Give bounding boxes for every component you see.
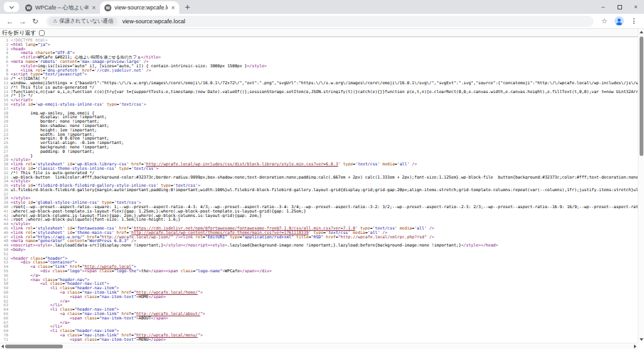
source-token: <span: [70, 316, 82, 321]
source-link[interactable]: http://wpcafe.local/wp-content/themes/ca…: [131, 231, 309, 235]
menu-kebab-icon[interactable]: [628, 18, 640, 24]
source-token: :where(.wp-block-post-template.is-layout…: [11, 209, 306, 214]
source-line: 43:root :where(.wp-block-pullquote){font…: [0, 218, 644, 222]
source-token: rel: [33, 69, 43, 73]
source-line: 34</style>: [0, 179, 644, 184]
source-token: rel: [23, 226, 33, 231]
source-token: 'stylesheet': [35, 162, 65, 167]
source-link[interactable]: http://wpcafe.local/wp-includes/css/dist…: [146, 162, 338, 167]
source-token: href: [84, 235, 97, 240]
scroll-up-arrow-icon[interactable]: [640, 31, 643, 33]
source-line: 41:where(.wp-block-post-template.is-layo…: [0, 209, 644, 214]
source-token: </script>: [11, 98, 33, 102]
source-link[interactable]: http://wpcafe.local/menu/: [136, 333, 198, 338]
back-button[interactable]: ←: [4, 17, 16, 26]
forward-button[interactable]: →: [16, 17, 29, 26]
source-line: 48<meta name="generator" content="WordPr…: [0, 239, 644, 243]
source-token: </title>: [141, 55, 160, 60]
horizontal-scrollbar-thumb[interactable]: [5, 345, 63, 348]
source-link[interactable]: http://wpcafe.local: [84, 265, 131, 269]
source-token: WPCafe: [225, 269, 240, 274]
source-token: />: [409, 162, 417, 167]
source-line: 26 background: none !important;: [0, 145, 644, 150]
source-line: 11window._wpemojiSettings = {"baseUrl":"…: [0, 81, 644, 86]
source-link[interactable]: https://cdn.jsdelivr.net/npm/@fortawesom…: [134, 226, 355, 231]
source-token: "link": [53, 265, 67, 269]
source-token: <link: [11, 226, 23, 231]
reload-button[interactable]: ↻: [29, 17, 42, 26]
source-line: 52<header class="header">: [0, 257, 644, 261]
bookmark-star-icon[interactable]: ☆: [598, 17, 611, 25]
minimize-button[interactable]: –: [595, 0, 611, 14]
tab-search-button[interactable]: [4, 2, 19, 12]
tab-title: WPCafe – 心地よい時間を過ごせ: [35, 4, 89, 12]
address-bar[interactable]: ⚠ 保護されていない通信 view-source:wpcafe.local: [46, 16, 594, 27]
source-line: 6<meta name='robots' content='max-image-…: [0, 60, 644, 64]
source-token: href: [119, 333, 131, 338]
source-token: <style: [11, 201, 25, 205]
new-tab-button[interactable]: +: [185, 3, 190, 11]
source-link[interactable]: http://wpcafe.local/wp-json/: [102, 235, 171, 240]
source-token: vertical-align: -0.1em !important;: [11, 141, 124, 145]
horizontal-scrollbar[interactable]: [0, 343, 638, 349]
source-token: <link: [11, 235, 23, 240]
source-token: .lazyload{background-image:none !importa…: [227, 243, 461, 248]
source-token: <a: [60, 291, 65, 295]
source-line: 19 display: inline !important;: [0, 115, 644, 119]
source-token: [11, 51, 21, 55]
source-token: [11, 299, 60, 304]
source-token: class: [65, 291, 79, 295]
wrap-label: 行を折り返す: [2, 29, 36, 37]
source-token: <style: [11, 102, 25, 107]
scroll-down-arrow-icon[interactable]: [640, 338, 643, 341]
wrap-checkbox[interactable]: [39, 30, 45, 36]
source-token: "header-nav-item": [75, 329, 117, 333]
source-token: box-shadow: none !important;: [11, 124, 109, 128]
source-token: class: [28, 257, 42, 261]
tab-close-icon[interactable]: ×: [171, 4, 175, 11]
source-token: "WordPress 6.8.3": [87, 239, 129, 243]
source-token: "logo-name": [196, 269, 223, 274]
scroll-right-arrow-icon[interactable]: [634, 345, 636, 348]
profile-avatar[interactable]: [614, 16, 624, 26]
source-token: <header: [11, 257, 28, 261]
window-controls: – ×: [595, 0, 644, 14]
browser-toolbar: ← → ↻ ⚠ 保護されていない通信 view-source:wpcafe.lo…: [0, 14, 644, 29]
source-token: img.wp-smiley, img.emoji {: [11, 111, 94, 116]
source-link[interactable]: //cdn.jsdelivr.net: [97, 69, 141, 73]
source-link[interactable]: http://wpcafe.local/home/: [136, 291, 198, 295]
source-token: 'fontawesome-css': [75, 226, 117, 231]
vertical-scrollbar-thumb[interactable]: [640, 36, 643, 156]
source-token: <span: [166, 269, 179, 274]
source-token: "nav-item-link": [82, 333, 119, 338]
source-token: class: [65, 312, 79, 316]
source-token: id: [65, 162, 72, 167]
source-token: </style>: [11, 158, 30, 162]
source-token: />: [427, 235, 435, 240]
source-line: 1<!DOCTYPE html>: [0, 38, 644, 43]
source-line: 61 <span class="nav-item-text">HOME</spa…: [0, 295, 644, 299]
tab-close-icon[interactable]: ×: [92, 4, 96, 11]
source-token: </noscript>: [183, 243, 210, 248]
source-token: [11, 55, 21, 60]
source-line: 30<link rel='stylesheet' id='wp-block-li…: [0, 162, 644, 167]
tab-view-source[interactable]: W view-source:wpcafe.local ×: [100, 1, 179, 14]
source-token: <title>: [21, 55, 38, 60]
source-token: /*! This file is auto-generated */: [11, 171, 94, 175]
source-link[interactable]: http://wpcafe.local/about/: [136, 312, 201, 316]
source-link[interactable]: http://wpcafe.local/xmlrpc.php?rsd: [341, 235, 425, 240]
close-button[interactable]: ×: [628, 0, 644, 14]
source-token: name: [23, 60, 36, 64]
source-token: "text/javascript": [43, 72, 85, 77]
maximize-button[interactable]: [611, 0, 628, 14]
source-line: 40:root{--wp--preset--aspect-ratio--squa…: [0, 205, 644, 209]
browser-window: W WPCafe – 心地よい時間を過ごせ × W view-source:wp…: [0, 0, 644, 349]
source-token: [11, 282, 40, 286]
source-token: [11, 338, 70, 342]
scroll-left-arrow-icon[interactable]: [1, 345, 4, 348]
tab-wpcafe[interactable]: W WPCafe – 心地よい時間を過ごせ ×: [21, 1, 100, 14]
vertical-scrollbar[interactable]: [638, 29, 644, 343]
not-secure-chip[interactable]: ⚠ 保護されていない通信: [48, 17, 118, 26]
source-token: />: [427, 226, 435, 231]
source-token: 'text/css': [114, 201, 138, 205]
